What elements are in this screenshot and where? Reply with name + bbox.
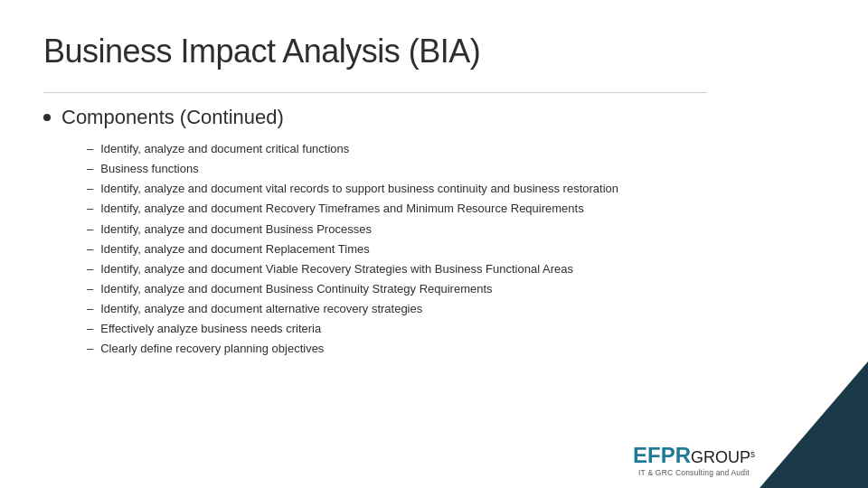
list-item: –Identify, analyze and document Business… <box>87 221 825 239</box>
content-area: –Identify, analyze and document critical… <box>43 140 825 359</box>
list-item: –Business functions <box>87 160 825 178</box>
list-item-text: Identify, analyze and document critical … <box>100 140 825 158</box>
list-item-text: Identify, analyze and document Recovery … <box>100 200 825 218</box>
logo-super: s <box>750 449 755 459</box>
dash-icon: – <box>87 200 93 218</box>
list-item-text: Identify, analyze and document Business … <box>100 221 825 239</box>
dash-icon: – <box>87 340 93 358</box>
section-heading-text: Components (Continued) <box>61 106 284 129</box>
bullet-icon <box>43 114 51 121</box>
dash-icon: – <box>87 280 93 298</box>
list-item: –Effectively analyze business needs crit… <box>87 320 825 338</box>
section-heading: Components (Continued) <box>43 106 825 129</box>
dash-icon: – <box>87 260 93 278</box>
dash-icon: – <box>87 140 93 158</box>
items-list: –Identify, analyze and document critical… <box>87 140 825 359</box>
list-item-text: Identify, analyze and document Viable Re… <box>100 260 825 278</box>
logo-area: EFPRGROUPs IT & GRC Consulting and Audit <box>633 443 755 477</box>
list-item: –Identify, analyze and document Recovery… <box>87 200 825 218</box>
dash-icon: – <box>87 180 93 198</box>
dash-icon: – <box>87 300 93 318</box>
list-item-text: Identify, analyze and document Business … <box>100 280 825 298</box>
dash-icon: – <box>87 240 93 258</box>
list-item-text: Identify, analyze and document vital rec… <box>100 180 825 198</box>
page-title: Business Impact Analysis (BIA) <box>43 33 825 70</box>
list-item: –Identify, analyze and document Business… <box>87 280 825 298</box>
list-item-text: Clearly define recovery planning objecti… <box>100 340 825 358</box>
slide: Business Impact Analysis (BIA) Component… <box>0 0 868 488</box>
list-item-text: Effectively analyze business needs crite… <box>100 320 825 338</box>
divider <box>43 92 707 93</box>
logo-tagline: IT & GRC Consulting and Audit <box>633 468 755 477</box>
list-item: –Identify, analyze and document vital re… <box>87 180 825 198</box>
dash-icon: – <box>87 221 93 239</box>
list-item: –Identify, analyze and document Replacem… <box>87 240 825 258</box>
logo-group: GROUP <box>691 448 750 466</box>
list-item-text: Identify, analyze and document Replaceme… <box>100 240 825 258</box>
decoration-bottom-right <box>760 361 868 488</box>
deco-dark-triangle <box>760 361 868 488</box>
logo-text: EFPRGROUPs <box>633 443 755 468</box>
logo-efpr: EFPR <box>633 443 691 467</box>
list-item: –Identify, analyze and document alternat… <box>87 300 825 318</box>
list-item: –Clearly define recovery planning object… <box>87 340 825 358</box>
dash-icon: – <box>87 160 93 178</box>
dash-icon: – <box>87 320 93 338</box>
list-item: –Identify, analyze and document critical… <box>87 140 825 158</box>
list-item-text: Identify, analyze and document alternati… <box>100 300 825 318</box>
list-item: –Identify, analyze and document Viable R… <box>87 260 825 278</box>
list-item-text: Business functions <box>100 160 825 178</box>
